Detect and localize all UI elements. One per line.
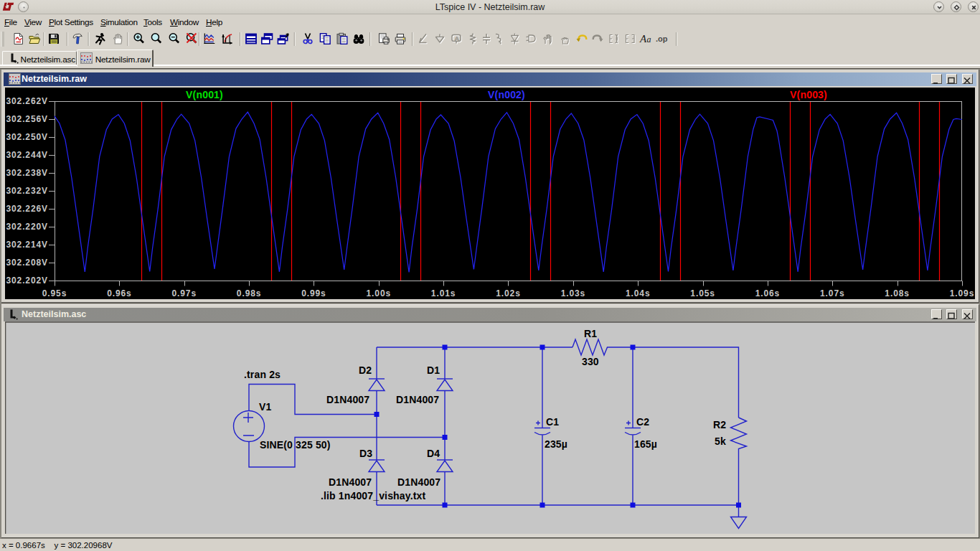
svg-text:V(n001): V(n001) (186, 89, 223, 100)
svg-text:0.97s: 0.97s (171, 288, 197, 298)
svg-text:C2: C2 (636, 416, 649, 428)
svg-text:165µ: 165µ (634, 438, 657, 450)
svg-text:0.99s: 0.99s (301, 288, 326, 298)
svg-text:302.220V: 302.220V (6, 222, 48, 232)
svg-text:V(n003): V(n003) (790, 89, 827, 100)
svg-text:.tran 2s: .tran 2s (244, 369, 281, 380)
svg-text:302.226V: 302.226V (6, 204, 48, 214)
svg-text:D1N4007: D1N4007 (397, 476, 440, 488)
svg-text:235µ: 235µ (545, 438, 567, 450)
svg-text:302.202V: 302.202V (6, 276, 48, 286)
svg-text:a: a (647, 34, 651, 44)
svg-text:1.04s: 1.04s (626, 288, 651, 298)
svg-text:0.95s: 0.95s (42, 288, 67, 298)
svg-text:D1N4007: D1N4007 (326, 394, 369, 405)
svg-text:330: 330 (582, 356, 599, 367)
svg-text:R1: R1 (584, 328, 597, 339)
svg-text:SINE(0 325 50): SINE(0 325 50) (260, 439, 331, 451)
svg-text:302.256V: 302.256V (6, 114, 48, 124)
svg-text:R2: R2 (713, 419, 726, 430)
svg-text:D1: D1 (427, 364, 440, 376)
svg-text:1.02s: 1.02s (496, 288, 521, 298)
svg-text:.op: .op (656, 34, 668, 43)
svg-text:V(n002): V(n002) (488, 89, 525, 100)
svg-text:1.06s: 1.06s (755, 288, 781, 298)
svg-text:302.214V: 302.214V (6, 240, 48, 250)
svg-text:0.96s: 0.96s (107, 288, 132, 298)
svg-text:D1N4007: D1N4007 (329, 476, 372, 488)
svg-text:302.232V: 302.232V (6, 186, 48, 196)
svg-text:1.03s: 1.03s (561, 288, 586, 298)
svg-text:D4: D4 (427, 448, 440, 459)
svg-text:V1: V1 (259, 401, 271, 413)
svg-text:0.98s: 0.98s (237, 288, 262, 298)
svg-text:D3: D3 (359, 448, 372, 459)
svg-text:A: A (455, 35, 460, 42)
svg-text:302.208V: 302.208V (6, 258, 48, 268)
svg-text:1.01s: 1.01s (431, 288, 456, 298)
svg-text:D2: D2 (359, 364, 372, 376)
svg-text:302.238V: 302.238V (6, 168, 48, 178)
svg-text:1.09s: 1.09s (950, 288, 975, 298)
svg-text:5k: 5k (715, 435, 726, 447)
svg-text:A: A (639, 33, 647, 44)
svg-text:1.00s: 1.00s (367, 288, 392, 298)
svg-text:D1N4007: D1N4007 (396, 394, 439, 405)
svg-text:302.262V: 302.262V (6, 96, 48, 106)
svg-text:302.244V: 302.244V (6, 150, 48, 160)
svg-text:1.05s: 1.05s (690, 288, 715, 298)
svg-text:1.08s: 1.08s (885, 288, 910, 298)
svg-text:C1: C1 (546, 416, 559, 428)
svg-text:302.250V: 302.250V (6, 132, 48, 142)
svg-text:1.07s: 1.07s (820, 288, 845, 298)
svg-text:.lib 1n4007_vishay.txt: .lib 1n4007_vishay.txt (321, 490, 425, 501)
